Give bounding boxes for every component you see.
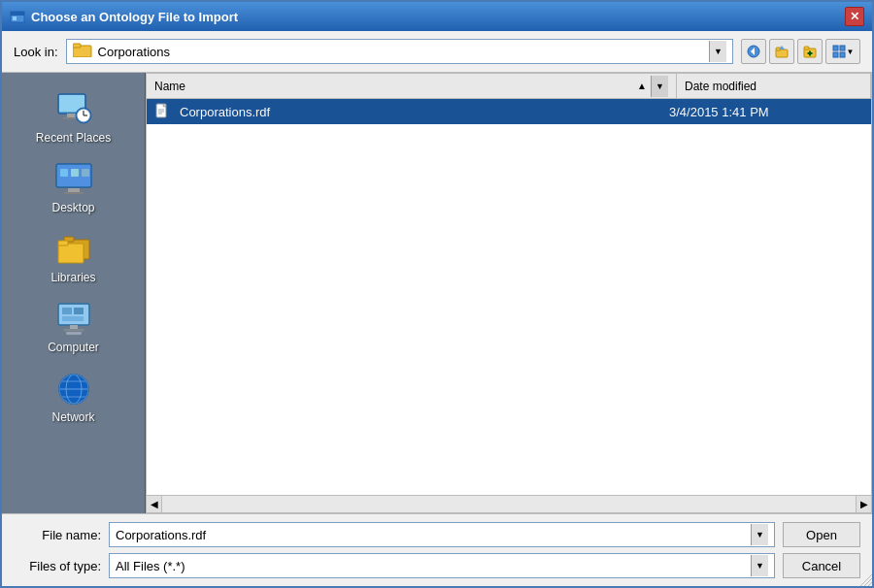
hscroll-left-btn[interactable]: ◀	[147, 496, 162, 513]
filename-label: File name:	[14, 528, 101, 542]
table-row[interactable]: Corporations.rdf 3/4/2015 1:41 PM	[147, 99, 871, 124]
svg-rect-31	[68, 188, 80, 192]
sidebar-item-desktop-label: Desktop	[51, 201, 94, 214]
hscroll-track[interactable]	[162, 496, 856, 513]
column-header-date[interactable]: Date modified	[677, 74, 871, 98]
toolbar-buttons: ▼	[741, 39, 860, 64]
create-folder-button[interactable]	[797, 39, 823, 64]
svg-rect-17	[840, 52, 845, 57]
look-in-dropdown-btn[interactable]: ▼	[709, 41, 726, 62]
file-list-header: Name ▲ ▼ Date modified	[147, 74, 871, 99]
filetype-combo[interactable]: All Files (*.*) ▼	[109, 553, 775, 578]
file-name: Corporations.rdf	[180, 105, 669, 119]
svg-rect-35	[58, 244, 84, 263]
libraries-icon	[50, 230, 97, 269]
filetype-row: Files of type: All Files (*.*) ▼ Cancel	[14, 553, 860, 578]
sidebar-item-computer-label: Computer	[48, 341, 99, 354]
dialog-window: Choose an Ontology File to Import ✕ Look…	[0, 0, 874, 588]
sort-asc-icon: ▲	[637, 81, 647, 91]
column-date-label: Date modified	[685, 80, 756, 93]
back-button[interactable]	[741, 39, 766, 64]
column-name-label: Name	[154, 80, 633, 93]
file-list-area: Name ▲ ▼ Date modified	[146, 73, 872, 513]
svg-rect-41	[62, 316, 84, 321]
sidebar-item-recent-places[interactable]: Recent Places	[16, 82, 132, 152]
hscroll-right-btn[interactable]: ▶	[856, 496, 871, 513]
horizontal-scrollbar[interactable]: ◀ ▶	[147, 495, 871, 512]
svg-rect-14	[833, 46, 838, 50]
close-button[interactable]: ✕	[845, 7, 864, 26]
file-date: 3/4/2015 1:41 PM	[669, 105, 863, 119]
bottom-controls: File name: ▼ Open Files of type: All Fil…	[2, 513, 872, 586]
filename-input[interactable]	[116, 528, 751, 542]
sidebar: Recent Places Desktop	[2, 73, 146, 513]
network-icon	[50, 370, 97, 408]
up-folder-button[interactable]	[769, 39, 794, 64]
sidebar-item-recent-places-label: Recent Places	[36, 131, 111, 145]
sidebar-item-libraries-label: Libraries	[50, 271, 95, 284]
sidebar-item-computer[interactable]: Computer	[16, 292, 132, 362]
look-in-label: Look in:	[14, 45, 58, 59]
svg-rect-43	[64, 329, 84, 332]
filename-row: File name: ▼ Open	[14, 522, 860, 547]
filename-combo[interactable]: ▼	[109, 522, 775, 547]
file-list: Corporations.rdf 3/4/2015 1:41 PM	[147, 99, 871, 495]
look-in-row: Look in: Corporations ▼	[2, 31, 872, 72]
svg-rect-32	[64, 192, 84, 194]
open-button[interactable]: Open	[783, 522, 860, 547]
desktop-icon	[50, 160, 97, 199]
sidebar-item-network[interactable]: Network	[16, 362, 132, 432]
dialog-title: Choose an Ontology File to Import	[31, 10, 845, 24]
dialog-icon	[10, 9, 25, 24]
file-icon	[154, 103, 174, 121]
recent-places-icon	[50, 90, 97, 129]
title-bar: Choose an Ontology File to Import ✕	[2, 2, 872, 31]
sidebar-item-desktop[interactable]: Desktop	[16, 152, 132, 222]
look-in-combo[interactable]: Corporations ▼	[66, 39, 733, 64]
resize-grip[interactable]	[858, 572, 872, 586]
svg-rect-39	[62, 308, 72, 314]
views-button[interactable]: ▼	[825, 39, 860, 64]
svg-rect-2	[13, 16, 17, 20]
main-area: Recent Places Desktop	[2, 72, 872, 513]
svg-rect-28	[60, 169, 68, 177]
svg-rect-11	[804, 47, 809, 49]
views-dropdown-arrow: ▼	[847, 48, 855, 56]
filename-dropdown-btn[interactable]: ▼	[751, 524, 768, 545]
column-header-name[interactable]: Name ▲ ▼	[147, 74, 677, 98]
svg-rect-4	[73, 44, 81, 48]
svg-rect-40	[74, 308, 84, 314]
computer-icon	[50, 300, 97, 339]
svg-rect-1	[11, 12, 24, 16]
sidebar-item-libraries[interactable]: Libraries	[16, 222, 132, 292]
filetype-dropdown-btn[interactable]: ▼	[751, 555, 768, 576]
cancel-button[interactable]: Cancel	[783, 553, 860, 578]
svg-rect-42	[70, 325, 78, 329]
look-in-folder-text: Corporations	[98, 45, 703, 59]
sidebar-item-network-label: Network	[51, 410, 94, 424]
svg-rect-44	[66, 332, 82, 335]
svg-line-58	[868, 582, 872, 586]
folder-icon	[73, 42, 92, 61]
svg-rect-36	[58, 241, 68, 245]
filetype-text: All Files (*.*)	[116, 559, 751, 573]
column-name-dropdown[interactable]: ▼	[651, 76, 668, 97]
svg-rect-15	[840, 46, 845, 50]
svg-rect-30	[82, 169, 89, 177]
svg-line-57	[864, 578, 872, 586]
svg-rect-16	[833, 52, 838, 57]
filetype-label: Files of type:	[14, 559, 101, 573]
svg-rect-29	[71, 169, 79, 177]
